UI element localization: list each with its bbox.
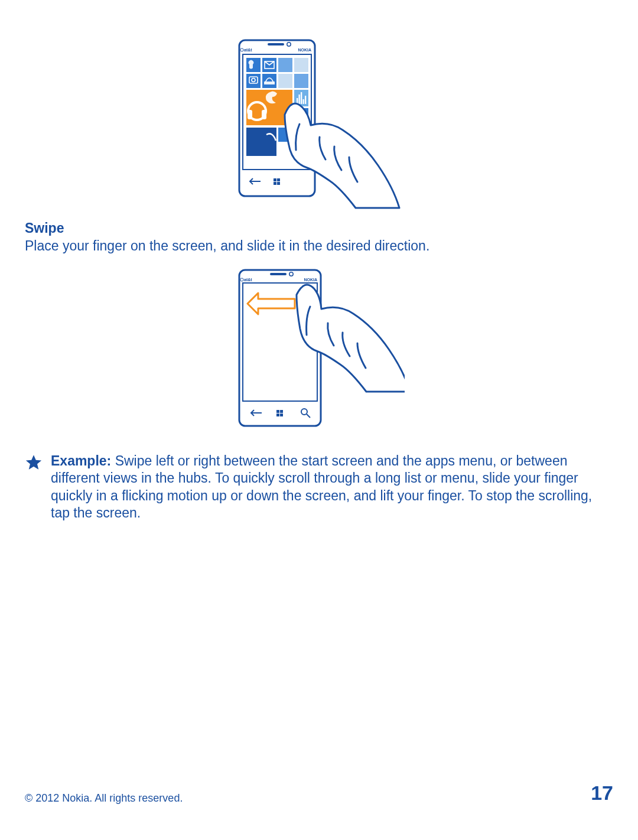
- svg-rect-33: [277, 178, 280, 181]
- svg-rect-19: [248, 110, 252, 119]
- svg-rect-1: [268, 43, 284, 45]
- svg-rect-23: [299, 95, 300, 104]
- svg-rect-10: [246, 74, 261, 88]
- svg-rect-5: [246, 58, 261, 72]
- example-body: Swipe left or right between the start sc…: [51, 453, 592, 520]
- svg-rect-29: [246, 128, 276, 156]
- svg-rect-14: [264, 82, 275, 84]
- page-number: 17: [591, 782, 613, 805]
- figure-swipe-gesture: at&t NOKIA: [25, 265, 613, 442]
- page-footer: © 2012 Nokia. All rights reserved. 17: [25, 782, 613, 805]
- star-icon: [25, 454, 51, 474]
- example-label: Example:: [51, 453, 111, 468]
- svg-rect-24: [301, 92, 302, 104]
- svg-rect-13: [262, 74, 276, 88]
- svg-rect-25: [303, 99, 304, 104]
- svg-rect-35: [277, 182, 280, 185]
- section-title-swipe: Swipe: [25, 220, 613, 236]
- page-content: at&t NOKIA: [25, 35, 613, 522]
- figure-tap-gesture: at&t NOKIA: [25, 35, 613, 212]
- brand-label: NOKIA: [298, 48, 311, 52]
- svg-rect-32: [274, 178, 276, 181]
- svg-rect-34: [274, 182, 276, 185]
- svg-rect-26: [305, 96, 306, 104]
- copyright-text: © 2012 Nokia. All rights reserved.: [25, 792, 183, 805]
- svg-rect-15: [278, 74, 292, 88]
- section-body-swipe: Place your finger on the screen, and sli…: [25, 237, 613, 255]
- carrier-label: at&t: [244, 278, 252, 282]
- document-page: at&t NOKIA: [0, 0, 638, 840]
- svg-rect-41: [276, 410, 279, 413]
- svg-rect-16: [294, 74, 308, 88]
- svg-rect-9: [294, 58, 308, 72]
- svg-rect-37: [270, 273, 287, 275]
- svg-rect-20: [262, 110, 266, 119]
- svg-rect-42: [280, 410, 283, 413]
- carrier-label: at&t: [244, 48, 252, 52]
- example-callout: Example: Swipe left or right between the…: [25, 452, 613, 522]
- brand-label: NOKIA: [304, 278, 317, 282]
- svg-rect-8: [278, 58, 292, 72]
- example-text: Example: Swipe left or right between the…: [51, 452, 613, 522]
- svg-rect-43: [276, 414, 279, 416]
- svg-rect-44: [280, 414, 283, 416]
